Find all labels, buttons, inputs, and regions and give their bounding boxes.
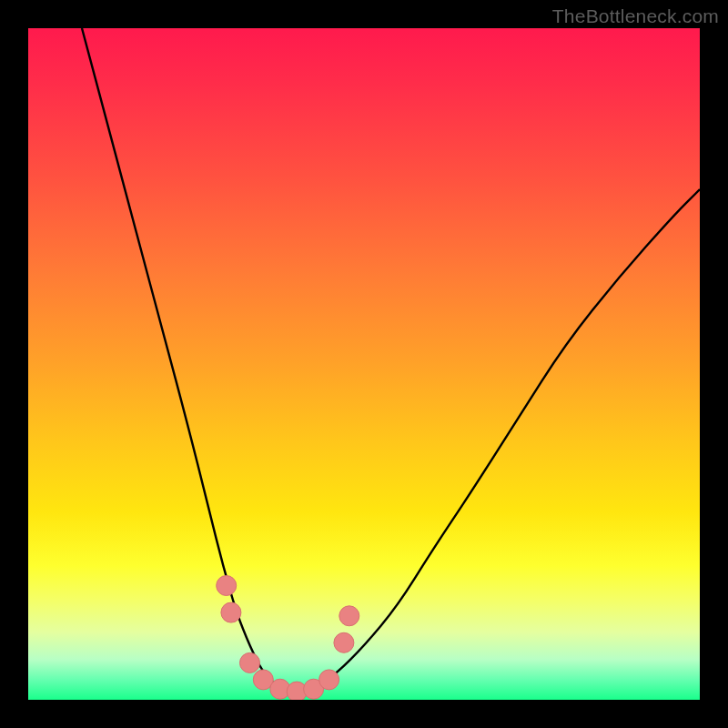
- curve-line: [82, 28, 700, 693]
- bottleneck-curve: [82, 28, 700, 693]
- data-marker: [319, 670, 339, 690]
- data-marker: [339, 606, 359, 626]
- data-marker: [221, 602, 241, 622]
- chart-frame: TheBottleneck.com: [0, 0, 728, 728]
- curve-layer: [28, 28, 700, 700]
- curve-markers: [217, 576, 359, 701]
- watermark-text: TheBottleneck.com: [552, 5, 719, 27]
- plot-area: [28, 28, 700, 700]
- data-marker: [334, 632, 354, 652]
- data-marker: [240, 652, 260, 672]
- data-marker: [217, 576, 237, 596]
